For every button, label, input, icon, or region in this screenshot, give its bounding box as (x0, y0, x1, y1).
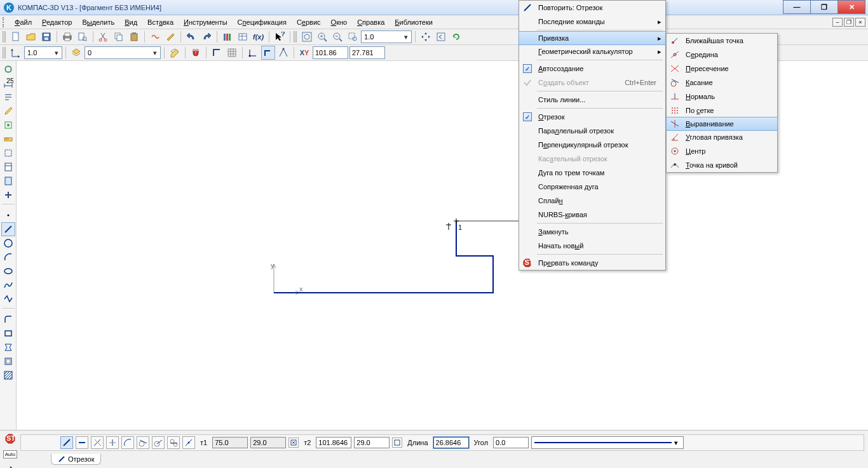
line-mode-8[interactable] (167, 436, 180, 449)
pan-button[interactable] (419, 30, 433, 44)
labels-tab[interactable] (1, 90, 15, 104)
collect-tool[interactable] (1, 340, 15, 354)
redraw-button[interactable] (449, 30, 463, 44)
snap-normal[interactable]: Нормаль (667, 90, 777, 104)
layer-combo[interactable]: 0▾ (85, 46, 161, 59)
zoom-fit-button[interactable] (300, 30, 314, 44)
stop-button[interactable]: STOP (3, 432, 17, 446)
point-tool[interactable] (1, 208, 15, 222)
snap-grid[interactable]: По сетке (667, 104, 777, 117)
rect-tool[interactable] (1, 326, 15, 340)
line-mode-3[interactable] (91, 436, 104, 449)
cm-nurbs[interactable]: NURBS-кривая (519, 208, 665, 222)
cm-repeat[interactable]: Повторить: Отрезок (519, 1, 665, 15)
doc-restore-button[interactable]: ❐ (844, 18, 854, 27)
snap-nearest[interactable]: Ближайшая точка (667, 34, 777, 48)
geometry-tab[interactable] (1, 62, 15, 76)
t2-y-input[interactable] (354, 437, 390, 448)
round-button[interactable] (276, 46, 290, 60)
property-tab-segment[interactable]: Отрезок (51, 454, 101, 465)
ortho-button[interactable] (210, 46, 224, 60)
coord-type-button[interactable] (9, 46, 23, 60)
print-button[interactable] (60, 30, 74, 44)
hatch-tool[interactable] (1, 368, 15, 382)
t2-lock-button[interactable] (288, 438, 299, 448)
cm-spline[interactable]: Сплайн (519, 194, 665, 208)
snap-enable-button[interactable] (189, 46, 203, 60)
line-mode-2[interactable] (76, 436, 88, 449)
manager-button[interactable] (220, 30, 234, 44)
line-mode-7[interactable] (152, 436, 165, 449)
menu-tools[interactable]: Инструменты (179, 17, 232, 27)
cm-parallel[interactable]: Параллельный отрезок (519, 124, 665, 138)
xy-lock-button[interactable]: XY (297, 46, 311, 60)
properties-button[interactable] (148, 30, 162, 44)
t2-x-input[interactable] (316, 437, 351, 448)
cm-close-path[interactable]: Замкнуть (519, 225, 665, 239)
snap-point-on-curve[interactable]: Точка на кривой (667, 158, 777, 172)
menu-help[interactable]: Справка (353, 17, 389, 27)
close-button[interactable]: ✕ (837, 0, 865, 14)
grid-button[interactable] (225, 46, 239, 60)
redo-button[interactable] (200, 30, 214, 44)
menu-view[interactable]: Вид (120, 17, 142, 27)
scale-combo[interactable]: 1.0▾ (24, 46, 62, 59)
prev-view-button[interactable] (434, 30, 448, 44)
snap-align[interactable]: Выравнивание (666, 117, 778, 131)
t1-x-input[interactable] (212, 437, 248, 448)
fillet-tool[interactable] (1, 312, 15, 326)
insert-tab[interactable] (1, 188, 15, 202)
cm-linestyle[interactable]: Стиль линии... (519, 93, 665, 107)
line-mode-6[interactable] (137, 436, 149, 449)
menu-spec[interactable]: Спецификация (233, 17, 291, 27)
cm-geocalc[interactable]: Геометрический калькулятор▸ (519, 44, 665, 58)
paste-button[interactable] (127, 30, 141, 44)
params-tab[interactable] (1, 118, 15, 132)
minimize-button[interactable]: — (783, 0, 811, 14)
toolbar-grip[interactable] (3, 31, 6, 43)
spec-tab[interactable] (1, 160, 15, 174)
snap-tangent[interactable]: Касание (667, 76, 777, 90)
ellipse-tool[interactable] (1, 264, 15, 278)
edit-tab[interactable] (1, 104, 15, 118)
menu-insert[interactable]: Вставка (143, 17, 178, 27)
line-style-combo[interactable]: ▾ (531, 436, 684, 449)
len-lock-button[interactable] (392, 438, 402, 448)
menu-window[interactable]: Окно (327, 17, 352, 27)
cm-segment[interactable]: ✓Отрезок (519, 110, 665, 124)
t1-y-input[interactable] (250, 437, 286, 448)
cm-autocreate[interactable]: ✓Автосоздание (519, 62, 665, 76)
toolbar-grip[interactable] (3, 17, 8, 27)
circle-tool[interactable] (1, 236, 15, 250)
line-mode-5[interactable] (121, 436, 134, 449)
cm-conjarc[interactable]: Сопряженная дуга (519, 180, 665, 194)
dims-tab[interactable]: 25 (1, 76, 15, 90)
cm-abort[interactable]: STOPПрервать команду (519, 256, 665, 270)
autoline-tool[interactable] (1, 292, 15, 306)
new-doc-button[interactable] (9, 30, 23, 44)
open-button[interactable] (24, 30, 38, 44)
print-preview-button[interactable] (76, 30, 90, 44)
variables-button[interactable]: f(x) (251, 30, 266, 44)
ortho-draw-button[interactable] (261, 46, 275, 60)
maximize-button[interactable]: ❐ (810, 0, 838, 14)
line-mode-4[interactable] (106, 436, 119, 449)
cm-start-new[interactable]: Начать новый (519, 239, 665, 253)
undo-button[interactable] (184, 30, 198, 44)
copy-props-button[interactable] (163, 30, 177, 44)
cm-perpend[interactable]: Перпендикулярный отрезок (519, 138, 665, 152)
cm-recent[interactable]: Последние команды▸ (519, 15, 665, 29)
cut-button[interactable] (97, 30, 111, 44)
zoom-in-button[interactable] (315, 30, 329, 44)
snap-angular[interactable]: Угловая привязка (667, 130, 777, 144)
zoom-out-button[interactable] (330, 30, 344, 44)
edit-layer-button[interactable] (168, 46, 182, 60)
menu-select[interactable]: Выделить (78, 17, 119, 27)
library-button[interactable] (236, 30, 250, 44)
measure-tab[interactable] (1, 132, 15, 146)
doc-minimize-button[interactable]: – (832, 18, 843, 27)
menu-libs[interactable]: Библиотеки (390, 17, 437, 27)
zoom-window-button[interactable] (346, 30, 360, 44)
toolbar-grip[interactable] (3, 47, 6, 58)
arc-tool[interactable] (1, 250, 15, 264)
